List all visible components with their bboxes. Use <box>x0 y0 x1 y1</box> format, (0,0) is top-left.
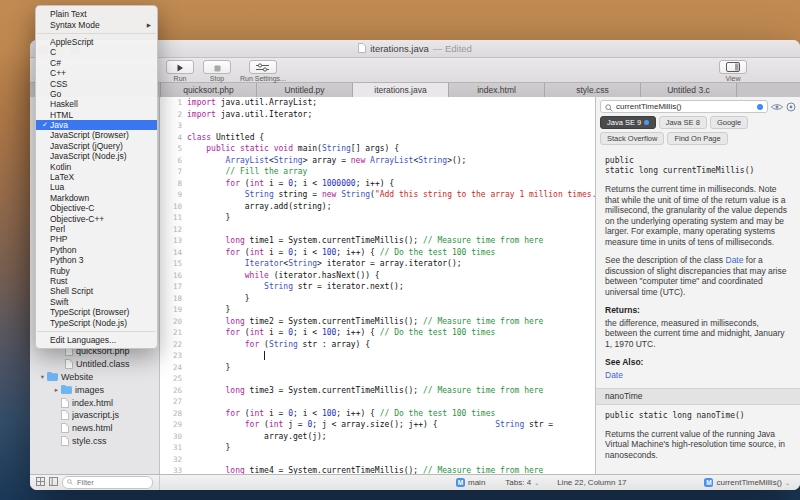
code-line[interactable]: 26 long time3 = System.currentTimeMillis… <box>160 385 595 397</box>
menu-item-applescript[interactable]: AppleScript <box>36 37 157 47</box>
menu-item-plain-text[interactable]: Plain Text <box>36 9 157 19</box>
code-line[interactable]: 2import java.util.Iterator; <box>160 109 595 121</box>
menu-item-kotlin[interactable]: Kotlin <box>36 161 157 171</box>
menu-item-objective-c[interactable]: Objective-C <box>36 203 157 213</box>
menu-item-css[interactable]: CSS <box>36 78 157 88</box>
stop-button[interactable] <box>203 60 231 74</box>
code-line[interactable]: 25 <box>160 373 595 385</box>
doc-search-field[interactable] <box>600 100 768 113</box>
menu-item-typescript-node-js[interactable]: TypeScript (Node.js) <box>36 317 157 327</box>
filter-field[interactable] <box>62 476 153 489</box>
disclosure-closed-icon[interactable]: ▸ <box>52 386 61 394</box>
menu-item-latex[interactable]: LaTeX <box>36 172 157 182</box>
tab-index-html[interactable]: index.html <box>449 83 545 97</box>
run-settings-button[interactable] <box>249 60 277 74</box>
code-line[interactable]: 24 } <box>160 362 595 374</box>
menu-item-python[interactable]: Python <box>36 245 157 255</box>
code-line[interactable]: 10 array.add(string); <box>160 201 595 213</box>
code-line[interactable]: 17 String str = iterator.next(); <box>160 281 595 293</box>
tab-untitled-3-c[interactable]: Untitled 3.c <box>641 83 737 97</box>
code-editor[interactable]: 1import java.util.ArrayList;2import java… <box>160 97 595 474</box>
menu-item-swift[interactable]: Swift <box>36 297 157 307</box>
doc-link[interactable]: Date <box>726 255 744 265</box>
menu-item-objective-c[interactable]: Objective-C++ <box>36 213 157 223</box>
code-line[interactable]: 33 long time4 = System.currentTimeMillis… <box>160 465 595 474</box>
file-tree-item-index-html[interactable]: index.html <box>30 396 159 409</box>
code-line[interactable]: 13 long time1 = System.currentTimeMillis… <box>160 235 595 247</box>
menu-item-markdown[interactable]: Markdown <box>36 193 157 203</box>
menu-item-rust[interactable]: Rust <box>36 276 157 286</box>
code-line[interactable]: 9 String string = new String("Add this s… <box>160 189 595 201</box>
menu-item-java[interactable]: ✓Java <box>36 120 157 130</box>
code-line[interactable]: 32 <box>160 454 595 466</box>
filter-input[interactable] <box>75 477 148 488</box>
tab-iterations-java[interactable]: iterations.java <box>353 83 449 97</box>
menu-item-ruby[interactable]: Ruby <box>36 265 157 275</box>
menu-item-c[interactable]: C++ <box>36 68 157 78</box>
doc-tab-java-se-8[interactable]: Java SE 8 <box>659 116 707 129</box>
code-line[interactable]: 1import java.util.ArrayList; <box>160 97 595 109</box>
code-line[interactable]: 4class Untitled { <box>160 132 595 144</box>
doc-search-input[interactable] <box>616 102 754 111</box>
code-line[interactable]: 19 } <box>160 304 595 316</box>
menu-item-javascript-browser[interactable]: JavaScript (Browser) <box>36 130 157 140</box>
eye-icon[interactable] <box>771 103 783 111</box>
target-icon[interactable] <box>786 102 796 112</box>
code-line[interactable]: 6 ArrayList<String> array = new ArrayLis… <box>160 155 595 167</box>
menu-item-javascript-node-js[interactable]: JavaScript (Node.js) <box>36 151 157 161</box>
doc-tab-java-se-9[interactable]: Java SE 9 <box>600 116 656 129</box>
file-tree-item-untitled-class[interactable]: Untitled.class <box>30 358 159 371</box>
menu-item-lua[interactable]: Lua <box>36 182 157 192</box>
disclosure-open-icon[interactable]: ▾ <box>38 373 47 381</box>
code-line[interactable]: 16 while (iterator.hasNext()) { <box>160 270 595 282</box>
doc-section-header[interactable]: nanoTime <box>596 388 800 405</box>
view-button[interactable] <box>719 60 747 74</box>
tab-untitled-py[interactable]: Untitled.py <box>257 83 353 97</box>
tab-quicksort-php[interactable]: quicksort.php <box>160 83 257 97</box>
run-button[interactable] <box>166 60 194 74</box>
code-line[interactable]: 22 for (String str : array) { <box>160 339 595 351</box>
menu-item-c[interactable]: C <box>36 47 157 57</box>
menu-item-perl[interactable]: Perl <box>36 224 157 234</box>
menu-item-edit-languages[interactable]: Edit Languages... <box>36 335 157 345</box>
file-tree-item-news-html[interactable]: news.html <box>30 422 159 435</box>
code-line[interactable]: 14 for (int i = 0; i < 100; i++) { // Do… <box>160 247 595 259</box>
tabs-setting[interactable]: Tabs: 4 ⌄ <box>505 478 539 487</box>
menu-item-shell-script[interactable]: Shell Script <box>36 286 157 296</box>
menu-item-php[interactable]: PHP <box>36 234 157 244</box>
tab-style-css[interactable]: style.css <box>545 83 641 97</box>
doc-tab-google[interactable]: Google <box>710 116 748 129</box>
scope-indicator[interactable]: M main <box>456 478 485 487</box>
symbol-navigator[interactable]: M currentTimeMillis() ⌄ <box>704 478 790 487</box>
file-tree-item-javascript-js[interactable]: javascript.js <box>30 409 159 422</box>
code-line[interactable]: 30 array.get(j); <box>160 431 595 443</box>
code-line[interactable]: 8 for (int i = 0; i < 1000000; i++) { <box>160 178 595 190</box>
file-tree-item-style-css[interactable]: style.css <box>30 435 159 448</box>
doc-tab-stack-overflow[interactable]: Stack Overflow <box>600 132 664 145</box>
code-line[interactable]: 31 } <box>160 442 595 454</box>
columns-icon[interactable] <box>49 477 58 488</box>
menu-item-javascript-jquery[interactable]: JavaScript (jQuery) <box>36 141 157 151</box>
code-line[interactable]: 7 // Fill the array <box>160 166 595 178</box>
file-tree-item-website[interactable]: ▾Website <box>30 371 159 384</box>
code-line[interactable]: 20 long time2 = System.currentTimeMillis… <box>160 316 595 328</box>
code-line[interactable]: 18 } <box>160 293 595 305</box>
code-line[interactable]: 27 <box>160 396 595 408</box>
file-tree-item-images[interactable]: ▸images <box>30 383 159 396</box>
menu-item-c[interactable]: C# <box>36 58 157 68</box>
menu-item-go[interactable]: Go <box>36 89 157 99</box>
menu-item-syntax-mode[interactable]: Syntax Mode▶ <box>36 19 157 29</box>
menu-item-html[interactable]: HTML <box>36 110 157 120</box>
code-line[interactable]: 15 Iterator<String> iterator = array.ite… <box>160 258 595 270</box>
code-line[interactable]: 23 <box>160 350 595 362</box>
doc-tab-find-on-page[interactable]: Find On Page <box>667 132 727 145</box>
code-line[interactable]: 3 <box>160 120 595 132</box>
doc-link[interactable]: Date <box>605 370 623 380</box>
code-line[interactable]: 5 public static void main(String[] args)… <box>160 143 595 155</box>
code-line[interactable]: 28 for (int i = 0; i < 100; i++) { // Do… <box>160 408 595 420</box>
grid-icon[interactable] <box>36 477 45 488</box>
code-line[interactable]: 21 for (int i = 0; i < 100; i++) { // Do… <box>160 327 595 339</box>
code-line[interactable]: 29 for (int j = 0; j < array.size(); j++… <box>160 419 595 431</box>
menu-item-typescript-browser[interactable]: TypeScript (Browser) <box>36 307 157 317</box>
code-line[interactable]: 11 } <box>160 212 595 224</box>
